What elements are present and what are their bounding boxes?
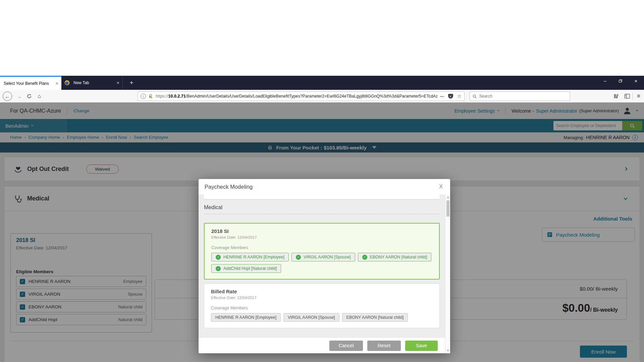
cancel-button[interactable]: Cancel — [329, 341, 363, 351]
modal-title: Paycheck Modeling — [205, 184, 438, 190]
toolbar-divider — [633, 93, 633, 100]
modal-body: Medical 2018 SI Effective Date: 12/04/20… — [199, 194, 445, 338]
tab-new-tab[interactable]: New Tab × — [61, 76, 123, 90]
chip-label: HENRINE R AARON [Employee] — [223, 255, 284, 259]
chip-label: EBONY AARON [Natural child] — [346, 315, 404, 320]
reset-button[interactable]: Reset — [367, 341, 401, 351]
page-info-icon[interactable]: i — [141, 94, 146, 99]
tab-select-your-benefit-plans[interactable]: Select Your Benefit Plans × — [0, 76, 61, 90]
coverage-member-chip[interactable]: HENRINE R AARON [Employee] — [211, 313, 281, 322]
tab-title: Select Your Benefit Plans — [4, 81, 53, 86]
home-button[interactable]: ⌂ — [35, 92, 44, 101]
coverage-member-chip[interactable]: VIRGIL AARON [Spouse] — [283, 313, 339, 322]
reload-icon — [27, 94, 32, 99]
window-close-button[interactable]: × — [628, 76, 644, 86]
bookmark-star-icon[interactable]: ☆ — [457, 93, 462, 99]
reload-button[interactable] — [25, 92, 34, 101]
mixed-content-lock-icon[interactable] — [148, 94, 153, 99]
coverage-members-label: Coverage Members — [211, 245, 432, 250]
coverage-member-chip[interactable]: ✓VIRGIL AARON [Spouse] — [291, 253, 355, 261]
paycheck-modeling-modal: Paycheck Modeling X Medical 2018 SI Effe… — [199, 179, 450, 353]
plan-card-2018-si[interactable]: 2018 SI Effective Date: 12/04/2017 Cover… — [204, 223, 440, 280]
check-icon: ✓ — [296, 255, 301, 260]
search-icon — [473, 94, 477, 99]
check-icon: ✓ — [216, 266, 221, 271]
chip-label: EBONY AARON [Natural child] — [370, 255, 427, 259]
modal-scrollbar[interactable]: ∧ ∨ — [445, 194, 450, 353]
window-minimize-button[interactable]: – — [597, 76, 613, 86]
screen: Select Your Benefit Plans × New Tab × + … — [0, 0, 644, 362]
save-button[interactable]: Save — [405, 341, 438, 351]
new-tab-button[interactable]: + — [126, 76, 137, 90]
plan-card-name: Billed Rate — [211, 289, 433, 294]
sidebars-icon[interactable] — [623, 92, 632, 101]
coverage-member-chip[interactable]: EBONY AARON [Natural child] — [342, 313, 408, 322]
scrolled-card-edge — [204, 194, 440, 199]
scroll-up-icon[interactable]: ∧ — [445, 195, 450, 200]
back-button[interactable]: ← — [3, 92, 12, 101]
url-text[interactable]: https://10.0.2.71/BenAdmin/UserDetails/U… — [156, 94, 437, 99]
browser-search-bar[interactable] — [470, 92, 570, 101]
url-scheme: https:// — [156, 94, 168, 99]
chip-label: AddChild Hspl [Natural child] — [223, 266, 277, 271]
chip-label: HENRINE R AARON [Employee] — [215, 315, 276, 320]
check-icon: ✓ — [216, 255, 221, 260]
check-icon: ✓ — [362, 255, 367, 260]
tab-title: New Tab — [73, 80, 114, 85]
modal-close-button[interactable]: X — [438, 184, 444, 190]
modal-header: Paycheck Modeling X — [199, 179, 450, 194]
coverage-member-chip[interactable]: ✓HENRINE R AARON [Employee] — [211, 253, 289, 261]
forward-button[interactable]: → — [15, 92, 23, 101]
scrollbar-thumb[interactable] — [446, 200, 449, 217]
page-actions-icon[interactable]: ··· — [440, 94, 444, 99]
chip-label: VIRGIL AARON [Spouse] — [288, 315, 335, 320]
dashed-divider — [204, 214, 440, 214]
plan-card-name: 2018 SI — [211, 228, 432, 234]
url-path: /BenAdmin/UserDetails/UserDetails/LoadEl… — [186, 94, 437, 99]
modal-footer: Cancel Reset Save — [199, 338, 445, 353]
url-host: 10.0.2.71 — [168, 94, 186, 99]
window-restore-button[interactable] — [613, 76, 628, 86]
coverage-members-label: Coverage Members — [211, 306, 433, 310]
plan-card-effective: Effective Date: 12/04/2017 — [211, 235, 432, 239]
restore-icon — [619, 79, 622, 82]
chip-label: VIRGIL AARON [Spouse] — [304, 255, 351, 259]
tab-close-icon[interactable]: × — [117, 80, 119, 85]
menu-hamburger-icon[interactable]: ≡ — [634, 92, 643, 101]
browser-tab-bar: Select Your Benefit Plans × New Tab × + … — [0, 76, 644, 90]
coverage-member-chip[interactable]: ✓AddChild Hspl [Natural child] — [211, 264, 281, 273]
library-icon[interactable] — [612, 92, 621, 101]
url-bar[interactable]: i https://10.0.2.71/BenAdmin/UserDetails… — [138, 92, 465, 101]
plan-card-billed-rate[interactable]: Billed Rate Effective Date: 12/04/2017 C… — [204, 284, 440, 328]
pocket-icon[interactable]: ∨ — [448, 94, 453, 99]
scroll-down-icon[interactable]: ∨ — [445, 348, 450, 353]
plan-card-effective: Effective Date: 12/04/2017 — [211, 296, 433, 300]
firefox-icon — [64, 80, 70, 85]
tab-close-icon[interactable]: × — [56, 81, 58, 86]
browser-search-input[interactable] — [479, 94, 567, 99]
browser-toolbar: ← → ⌂ i https://10.0.2.71/BenAdmin/UserD… — [0, 90, 644, 103]
coverage-member-chip[interactable]: ✓EBONY AARON [Natural child] — [358, 253, 432, 261]
modal-section-title: Medical — [204, 204, 440, 210]
